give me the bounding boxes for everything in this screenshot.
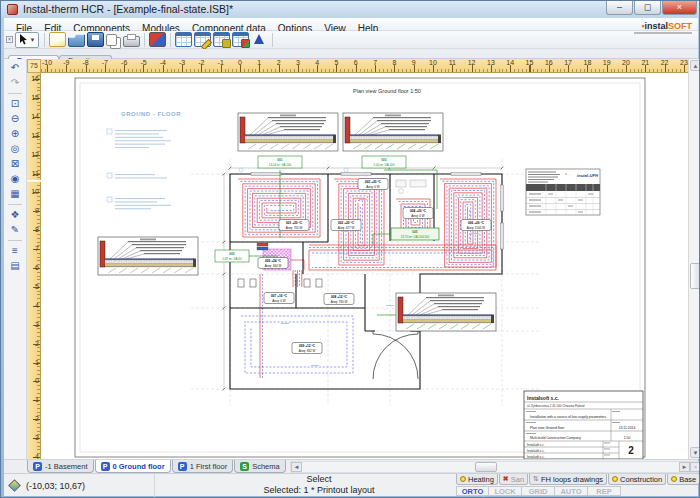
sheet-tab--1-basement[interactable]: P-1 Basement <box>27 460 94 473</box>
sheet-tab-1-first-floor[interactable]: P1 First floor <box>172 460 234 473</box>
minimize-button[interactable]: – <box>606 1 633 15</box>
open-icon[interactable] <box>68 32 85 47</box>
instalsoft-logo: ▪instalSOFT <box>634 19 692 34</box>
ruler-number: -10 <box>39 59 55 66</box>
scroll-corner-button[interactable]: ▫ <box>690 462 700 472</box>
sheet-tab-label: Schema <box>252 462 280 471</box>
menu-bar: FileEditComponentsModulesComponent dataO… <box>4 18 698 31</box>
layer-tab-san[interactable]: ✖San <box>499 474 528 485</box>
section-area: 0,87 m² UA 60 <box>222 257 242 261</box>
layer-tab-label: San <box>511 475 524 484</box>
vertical-scroll-thumb[interactable] <box>690 263 700 289</box>
diagnostics-icon[interactable] <box>251 32 268 47</box>
copy-icon[interactable] <box>106 34 117 46</box>
room-label-003[interactable]: 003 +20 °CAreq: 0 W <box>358 179 388 190</box>
room-id-temp: 005 +24 °C <box>265 259 282 263</box>
ruler-number: 20 <box>618 59 634 66</box>
section-detail-2 <box>343 113 443 151</box>
layer-list-icon[interactable]: ≡ <box>6 244 24 258</box>
save-icon[interactable] <box>87 32 104 47</box>
undo-icon[interactable]: ↶ <box>6 61 24 75</box>
results-icon[interactable] <box>232 32 249 47</box>
sheet-list-icon[interactable]: ▤ <box>6 259 24 273</box>
ruler-number: 4 <box>27 302 39 309</box>
ruler-number: 21 <box>637 59 653 66</box>
horizontal-ruler: -10-9-8-7-6-5-4-3-2-10123456789101112131… <box>41 59 688 73</box>
room-label-007[interactable]: 007 +16 °CAreq: 0 W <box>264 293 294 304</box>
zoom-selection-icon[interactable]: ◉ <box>6 172 24 186</box>
layer-tab-label: Heating <box>468 475 494 484</box>
maximize-button[interactable]: ◻ <box>634 1 661 15</box>
section-label[interactable]: 0050,87 m² UA 60 <box>215 250 249 262</box>
table-view-icon[interactable]: ▦ <box>6 187 24 201</box>
toggle-grid[interactable]: GRID <box>522 486 555 496</box>
sheet-tab-schema[interactable]: SSchema <box>234 460 286 473</box>
app-icon <box>7 4 18 15</box>
project-options-icon[interactable] <box>149 32 166 47</box>
sheet-icon: P <box>178 462 187 471</box>
layer-tab-label: Construction <box>620 475 662 484</box>
zoom-all-icon[interactable]: ⊠ <box>6 157 24 171</box>
status-bar: (-10,03; 10,67) Select Selected: 1 * Pri… <box>4 473 698 496</box>
room-id-temp: 003 +20 °C <box>365 180 382 184</box>
sheet-icon: S <box>240 462 249 471</box>
toggle-lock[interactable]: LOCK <box>489 486 522 496</box>
title-block: Instalsoft s.c. ul. Zjednoczenia 2 41-50… <box>524 391 643 459</box>
ruler-number: 5 <box>27 283 39 290</box>
ruler-number: -2 <box>193 59 209 66</box>
layer-tab-base[interactable]: Base <box>667 474 700 485</box>
zoom-in-icon[interactable]: ⊕ <box>6 127 24 141</box>
room-label-005[interactable]: 005 +24 °CAreq: 344 W <box>258 258 288 269</box>
title-bar[interactable]: Instal-therm HCR - [Example-final-state.… <box>1 1 700 18</box>
scroll-down-icon[interactable]: ▼ <box>690 447 700 458</box>
status-mode: Select <box>155 474 483 485</box>
vertical-scrollbar[interactable]: ▲ ▼ <box>688 59 700 459</box>
data-table-icon[interactable] <box>175 32 192 47</box>
scroll-up-icon[interactable]: ▲ <box>690 60 700 71</box>
horizontal-scroll-thumb[interactable] <box>475 462 497 472</box>
redo-icon[interactable]: ↷ <box>6 76 24 90</box>
drawing-canvas[interactable]: Plan view Ground floor 1:50 GROUND - FLO… <box>41 73 688 459</box>
draw-icon[interactable]: ✎ <box>6 223 24 237</box>
ruler-number: -6 <box>116 59 132 66</box>
zoom-previous-icon[interactable]: ◎ <box>6 142 24 156</box>
ruler-number: 8 <box>386 59 402 66</box>
new-file-icon[interactable] <box>49 32 66 47</box>
sheet-tab-0-ground-floor[interactable]: P0 Ground floor <box>95 460 171 473</box>
layer-tab-heating[interactable]: Heating <box>456 474 498 485</box>
toggle-auto[interactable]: AUTO <box>555 486 588 496</box>
ruler-number: 2 <box>27 340 39 347</box>
zoom-window-icon[interactable]: ⊡ <box>6 97 24 111</box>
select-tool-button[interactable]: ▼ <box>15 32 39 48</box>
room-label-009[interactable]: 009 +12 °CAreq: 832 W <box>292 343 322 354</box>
horizontal-scrollbar[interactable]: ◄ ► ▫ <box>290 461 700 473</box>
pan-icon[interactable]: ❖ <box>6 208 24 222</box>
sheet-title: Plan view Ground floor 1:50 <box>353 88 421 94</box>
toolbar-collapse-icon[interactable]: × <box>6 36 13 43</box>
toggle-rep[interactable]: REP <box>588 486 621 496</box>
room-label-006[interactable]: 006 +20 °CAreq: 1505 W <box>461 220 491 231</box>
scroll-left-icon[interactable]: ◄ <box>291 462 302 472</box>
room-label-001[interactable]: 001 +20 °CAreq: 705 W <box>279 220 309 231</box>
close-button[interactable]: × <box>662 1 697 15</box>
scroll-right-icon[interactable]: ► <box>679 462 690 472</box>
room-label-004[interactable]: 004 +20 °CAreq: 0 W <box>403 208 433 219</box>
selected-zone-label[interactable]: 00523,70 m² UA 100/100 <box>391 228 439 240</box>
ruler-number: -2 <box>27 415 39 422</box>
ruler-number: 10 <box>27 188 39 195</box>
layer-tab-construction[interactable]: Construction <box>608 474 666 485</box>
edit-data-icon[interactable] <box>194 32 211 47</box>
section-label[interactable]: 0035,04 m² UA 100 <box>362 156 406 168</box>
room-id-temp: 004 +20 °C <box>410 209 427 213</box>
section-label[interactable]: 00114,04 m² UA 100 <box>258 156 302 168</box>
layer-tab-fh-loops-drawings[interactable]: ⇅FH loops drawings <box>529 474 607 485</box>
workspace: ↶↷⊡⊖⊕◎⊠◉▦❖✎≡▤ 75 -10-9-8-7-6-5-4-3-2-101… <box>4 59 698 459</box>
zoom-out-icon[interactable]: ⊖ <box>6 112 24 126</box>
room-label-002[interactable]: 002 +20 °CAreq: 477 W <box>331 220 361 231</box>
calculations-icon[interactable] <box>213 32 230 47</box>
ruler-number: -3 <box>27 434 39 441</box>
room-label-008[interactable]: 008 +12 °CAreq: 730 W <box>324 294 354 305</box>
ruler-number: -4 <box>155 59 171 66</box>
print-icon[interactable] <box>123 36 140 47</box>
toggle-orto[interactable]: ORTO <box>456 486 489 496</box>
